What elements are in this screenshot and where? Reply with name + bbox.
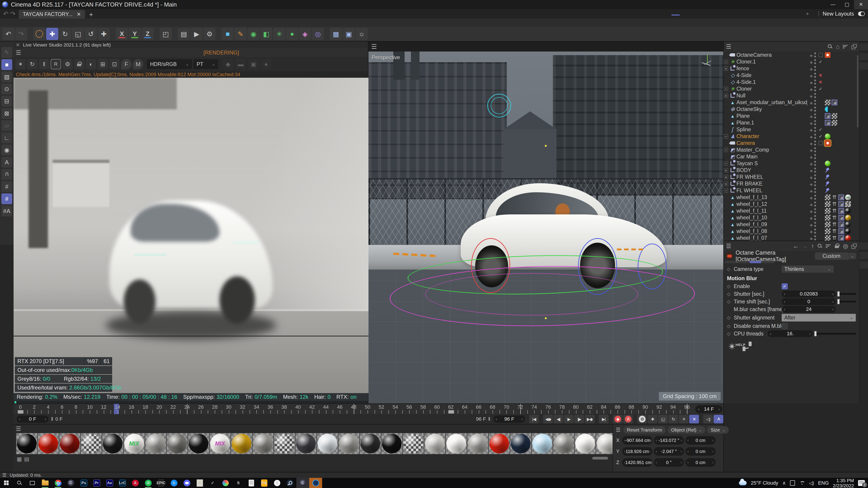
layer-icon[interactable]: [807, 194, 813, 200]
render-button[interactable]: ▤: [178, 28, 190, 40]
transport-button[interactable]: ⚙: [637, 415, 647, 423]
scene-object-button[interactable]: ▦: [330, 28, 342, 40]
phong-tag-icon[interactable]: [838, 235, 844, 241]
cam-tag-icon[interactable]: [825, 52, 831, 58]
material-thumbnail[interactable]: [381, 433, 402, 454]
layer-icon[interactable]: [807, 167, 813, 173]
transport-button[interactable]: ✚: [648, 415, 657, 423]
expand-toggle[interactable]: +: [724, 94, 728, 98]
object-tree-row[interactable]: − Character: [724, 133, 859, 140]
key-diamond-icon[interactable]: [727, 323, 734, 329]
transport-button[interactable]: ▶|: [599, 415, 609, 423]
layer-icon[interactable]: [807, 99, 813, 105]
ball-tag-icon[interactable]: MIX: [845, 195, 851, 200]
ball-tag-icon[interactable]: [845, 222, 851, 227]
visibility-dots-icon[interactable]: [814, 167, 816, 173]
material-thumbnail[interactable]: [467, 433, 488, 454]
taskbar-app-icon[interactable]: C: [296, 478, 309, 488]
object-tree-row[interactable]: + FR WHEEL: [724, 173, 859, 180]
taskbar-app-icon[interactable]: S: [232, 478, 245, 488]
object-tree-row[interactable]: + BODY: [724, 167, 859, 173]
material-thumbnail[interactable]: [102, 433, 123, 454]
mode-button[interactable]: #A: [1, 205, 12, 217]
phong-tag-icon[interactable]: [825, 113, 831, 119]
enable-state-icon[interactable]: [817, 100, 824, 105]
live-viewer-tool-button[interactable]: ⚙: [62, 59, 73, 69]
layer-icon[interactable]: [807, 160, 813, 166]
object-name[interactable]: OctaneSky: [737, 106, 807, 112]
object-name[interactable]: FR WHEEL: [737, 174, 807, 180]
material-thumbnail[interactable]: [532, 433, 553, 454]
disable-camera-mblur-checkbox[interactable]: ✓: [782, 323, 788, 329]
create-object-button[interactable]: ◉: [247, 28, 259, 40]
enable-state-icon[interactable]: [817, 93, 824, 98]
object-tree-row[interactable]: wheel_f_l_08: [724, 228, 859, 234]
material-thumbnail[interactable]: [188, 433, 209, 454]
close-panel-icon[interactable]: ✕: [16, 42, 20, 48]
up-tag-icon[interactable]: [832, 222, 837, 227]
hamburger-icon[interactable]: ☰: [2, 473, 6, 478]
lock-icon[interactable]: [834, 243, 840, 249]
object-tree-row[interactable]: wheel_f_l_12: [724, 201, 859, 207]
live-viewer-extra-icon[interactable]: ▣: [248, 59, 258, 69]
create-object-button[interactable]: ◈: [299, 28, 311, 40]
enable-state-icon[interactable]: [817, 133, 824, 139]
expand-toggle[interactable]: [724, 195, 728, 199]
ball-tag-icon[interactable]: [845, 215, 851, 221]
object-tree-row[interactable]: wheel_f_l_13 MIX: [724, 194, 859, 201]
taskbar-app-icon[interactable]: Pr: [90, 478, 103, 488]
object-tree-row[interactable]: 4-Side.1: [724, 78, 859, 86]
enable-state-icon[interactable]: [817, 228, 824, 234]
taskbar-app-icon[interactable]: [0, 478, 13, 488]
enable-state-icon[interactable]: [817, 86, 824, 92]
taskbar-app-icon[interactable]: C: [64, 478, 77, 488]
timeline-marker[interactable]: [187, 404, 187, 414]
wifi-icon[interactable]: [799, 481, 805, 485]
enable-state-icon[interactable]: [817, 161, 824, 166]
create-object-button[interactable]: ■: [221, 28, 234, 40]
object-name[interactable]: Null: [737, 93, 807, 99]
object-tree-row[interactable]: Aset_modular_urban_M_uiksdjydw_LOD1: [724, 99, 859, 106]
rotation-input[interactable]: ‹0 °›: [654, 458, 684, 467]
material-thumbnail[interactable]: [38, 433, 59, 454]
tex-tag-icon[interactable]: [825, 208, 831, 214]
object-tags[interactable]: [825, 181, 859, 187]
transport-button[interactable]: ◁): [703, 415, 713, 423]
object-tags[interactable]: [825, 167, 859, 173]
visibility-dots-icon[interactable]: [814, 215, 816, 220]
live-viewer-tool-button[interactable]: ‖: [39, 59, 49, 69]
hamburger-icon[interactable]: ☰: [16, 425, 21, 432]
back-icon[interactable]: ←: [793, 242, 799, 250]
hamburger-icon[interactable]: ☰: [616, 427, 621, 433]
visibility-dots-icon[interactable]: [814, 52, 816, 58]
expand-toggle[interactable]: +: [724, 168, 728, 172]
object-name[interactable]: FR BRAKE: [737, 181, 807, 187]
material-thumbnail[interactable]: [489, 433, 510, 454]
material-thumbnail[interactable]: [59, 433, 80, 454]
taskbar-app-icon[interactable]: Ae: [103, 478, 116, 488]
object-tags[interactable]: [825, 161, 859, 166]
layout-tab[interactable]: [787, 13, 799, 15]
object-tree-row[interactable]: wheel_f_l_09: [724, 221, 859, 228]
tex-tag-icon[interactable]: [825, 201, 831, 207]
object-name[interactable]: Aset_modular_urban_M_uiksdjydw_LOD1: [737, 99, 807, 105]
layer-icon[interactable]: [807, 79, 813, 85]
object-tree-row[interactable]: OctaneSky: [724, 106, 859, 112]
material-thumbnail[interactable]: MIX: [210, 433, 230, 454]
list-view-icon[interactable]: ▤: [24, 456, 29, 462]
mode-button[interactable]: ◉: [1, 144, 12, 156]
taskbar-app-icon[interactable]: $: [271, 478, 283, 488]
dock-tab[interactable]: [859, 242, 868, 250]
attribute-tab[interactable]: [762, 261, 774, 263]
object-name[interactable]: wheel_f_l_10: [737, 215, 807, 221]
dock-tab[interactable]: [859, 62, 868, 70]
layer-icon[interactable]: [807, 181, 813, 187]
layout-tab[interactable]: [682, 13, 693, 15]
enable-state-icon[interactable]: [817, 140, 824, 146]
phong-tag-icon[interactable]: [838, 228, 844, 234]
taskbar-app-icon[interactable]: b: [167, 478, 180, 488]
object-tags[interactable]: [825, 140, 859, 146]
object-name[interactable]: wheel_f_l_11: [737, 208, 807, 214]
material-thumbnail[interactable]: [81, 433, 102, 454]
material-thumbnail[interactable]: [424, 433, 445, 454]
